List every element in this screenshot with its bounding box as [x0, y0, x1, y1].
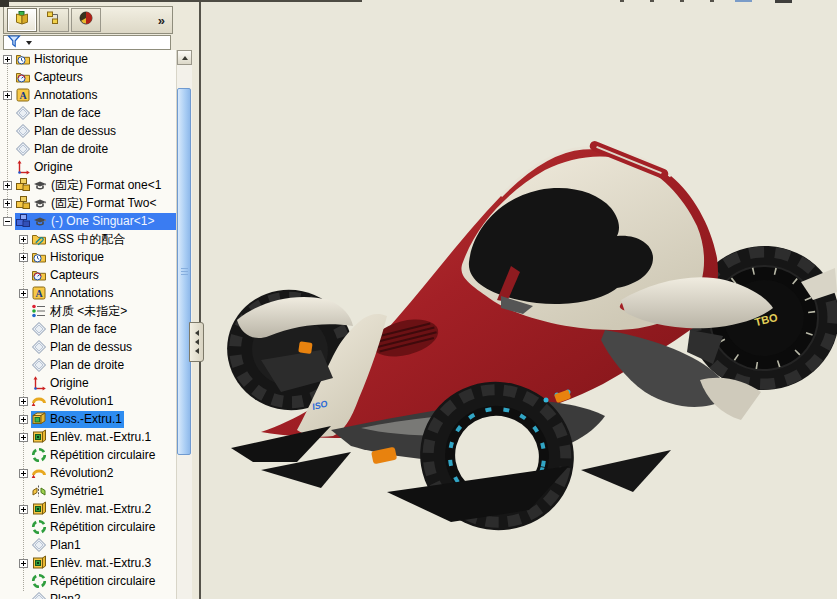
tree-expander-plus[interactable]: [19, 469, 28, 478]
panel-collapse-handle[interactable]: [189, 322, 204, 362]
annotations-icon: A: [31, 285, 47, 301]
tree-expander-plus[interactable]: [3, 91, 12, 100]
solidworks-window: » HistoriqueCapteursAAnnotationsPlan de …: [0, 0, 837, 599]
tree-connector: [19, 379, 28, 388]
tree-expander-plus[interactable]: [19, 505, 28, 514]
scrollbar-up-button[interactable]: [177, 50, 192, 65]
revolve-icon: [31, 393, 47, 409]
tree-item-format-two[interactable]: (固定) Format Two<: [0, 194, 176, 212]
cut-extrude-icon: [31, 555, 47, 571]
tree-item-enl-v-mat-extru-3[interactable]: Enlèv. mat.-Extru.3: [0, 554, 176, 572]
tab-propertymanager[interactable]: [39, 8, 69, 32]
tree-item-plan-de-dessus[interactable]: Plan de dessus: [0, 338, 176, 356]
tree-item-plan-de-face[interactable]: Plan de face: [0, 104, 176, 122]
sensors-folder-icon: [31, 267, 47, 283]
tab-overflow-chevron[interactable]: »: [158, 13, 165, 28]
tree-item-plan-de-face[interactable]: Plan de face: [0, 320, 176, 338]
tree-item-label: Origine: [48, 376, 89, 390]
tree-item-historique[interactable]: Historique: [0, 50, 176, 68]
material-icon: [31, 303, 47, 319]
tree-item-r-p-tition-circulaire[interactable]: Répétition circulaire: [0, 572, 176, 590]
tree-item-label: Répétition circulaire: [48, 574, 155, 588]
tree-connector: [3, 127, 12, 136]
panel-viewport-divider[interactable]: [199, 0, 201, 599]
tree-item-plan-de-droite[interactable]: Plan de droite: [0, 140, 176, 158]
car-model[interactable]: TBO: [201, 0, 837, 599]
tree-item-plan-de-dessus[interactable]: Plan de dessus: [0, 122, 176, 140]
mates-folder-icon: [31, 231, 47, 247]
tree-item-enl-v-mat-extru-1[interactable]: Enlèv. mat.-Extru.1: [0, 428, 176, 446]
plane-icon: [31, 321, 47, 337]
tree-item-enl-v-mat-extru-2[interactable]: Enlèv. mat.-Extru.2: [0, 500, 176, 518]
tree-item-r-p-tition-circulaire[interactable]: Répétition circulaire: [0, 518, 176, 536]
mirror-icon: [31, 483, 47, 499]
tree-item-label: Plan de face: [48, 322, 117, 336]
plane-icon: [31, 591, 47, 599]
tree-expander-plus[interactable]: [3, 199, 12, 208]
tree-item-capteurs[interactable]: Capteurs: [0, 68, 176, 86]
tree-expander-plus[interactable]: [3, 181, 12, 190]
tree-item-annotations[interactable]: AAnnotations: [0, 86, 176, 104]
plane-icon: [31, 537, 47, 553]
tree-item-label: Capteurs: [48, 268, 99, 282]
cut-extrude-icon: [31, 501, 47, 517]
tree-connector: [19, 541, 28, 550]
extrude-icon: [31, 411, 47, 427]
tab-configurationmanager[interactable]: [71, 8, 101, 32]
tree-connector: [19, 325, 28, 334]
tree-item-r-volution1[interactable]: Révolution1: [0, 392, 176, 410]
tree-expander-plus[interactable]: [19, 289, 28, 298]
tree-item-label: Plan de dessus: [32, 124, 116, 138]
tree-item-label: Révolution1: [48, 394, 113, 408]
tree-item-r-volution2[interactable]: Révolution2: [0, 464, 176, 482]
tree-item-ass[interactable]: ASS 中的配合: [0, 230, 176, 248]
origin-icon: [31, 375, 47, 391]
tree-expander-plus[interactable]: [3, 55, 12, 64]
revolve-icon: [31, 465, 47, 481]
tree-item-label: Plan2: [48, 592, 81, 599]
tree-item-origine[interactable]: Origine: [0, 374, 176, 392]
tree-item-[interactable]: 材质 <未指定>: [0, 302, 176, 320]
scrollbar-grip: [181, 268, 188, 276]
tree-item-boss-extru-1[interactable]: Boss.-Extru.1: [0, 410, 176, 428]
plane-icon: [15, 123, 31, 139]
tree-item-one-singuar-1[interactable]: (-) One Singuar<1>: [0, 212, 176, 230]
tree-item-format-one-1[interactable]: (固定) Format one<1: [0, 176, 176, 194]
tree-item-annotations[interactable]: AAnnotations: [0, 284, 176, 302]
tree-item-plan1[interactable]: Plan1: [0, 536, 176, 554]
tree-item-label: Enlèv. mat.-Extru.3: [48, 556, 151, 570]
tree-item-origine[interactable]: Origine: [0, 158, 176, 176]
plane-icon: [31, 357, 47, 373]
tree-connector: [19, 307, 28, 316]
annotations-icon: A: [15, 87, 31, 103]
clipped-toolbar-icon: [680, 0, 684, 2]
arrow-up-icon: [182, 56, 188, 60]
tree-item-label: Symétrie1: [48, 484, 104, 498]
tree-item-sym-trie1[interactable]: Symétrie1: [0, 482, 176, 500]
tree-expander-plus[interactable]: [19, 415, 28, 424]
feature-tree: HistoriqueCapteursAAnnotationsPlan de fa…: [0, 50, 176, 599]
tab-featuremanager[interactable]: [7, 8, 37, 32]
tree-item-plan2[interactable]: Plan2: [0, 590, 176, 599]
tree-expander-plus[interactable]: [19, 397, 28, 406]
tree-expander-plus[interactable]: [19, 235, 28, 244]
tree-item-historique[interactable]: Historique: [0, 248, 176, 266]
tree-item-r-p-tition-circulaire[interactable]: Répétition circulaire: [0, 446, 176, 464]
tree-item-label: Annotations: [48, 286, 113, 300]
tree-connector: [19, 451, 28, 460]
3d-viewport[interactable]: TBO: [201, 0, 837, 599]
tree-item-capteurs[interactable]: Capteurs: [0, 266, 176, 284]
tree-expander-plus[interactable]: [19, 253, 28, 262]
tree-item-label: Enlèv. mat.-Extru.2: [48, 502, 151, 516]
tree-connector: [19, 577, 28, 586]
filter-dropdown-caret[interactable]: [26, 41, 32, 45]
tree-expander-plus[interactable]: [19, 559, 28, 568]
tree-filter-bar[interactable]: [3, 35, 171, 50]
tree-item-label: Plan de face: [32, 106, 101, 120]
display-state-icon: [32, 195, 48, 211]
clipped-toolbar-icon: [710, 0, 714, 2]
tree-expander-plus[interactable]: [19, 433, 28, 442]
tree-item-plan-de-droite[interactable]: Plan de droite: [0, 356, 176, 374]
scrollbar-thumb[interactable]: [177, 88, 191, 455]
tree-expander-minus[interactable]: [3, 217, 12, 226]
